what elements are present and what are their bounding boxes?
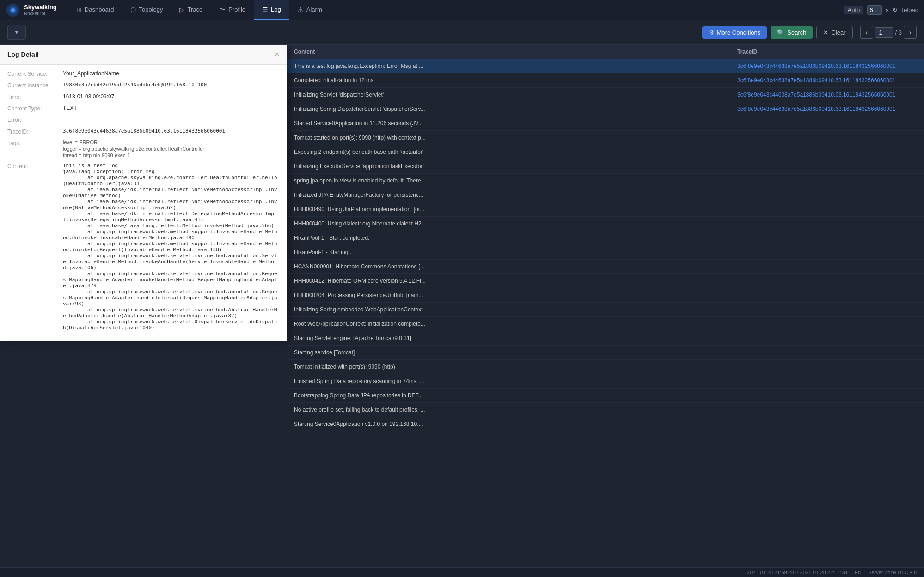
cell-content-5: Tomcat started on port(s): 9090 (http) w… <box>287 134 730 141</box>
content-value: This is a test log java.lang.Exception: … <box>63 163 279 331</box>
reload-icon: ↻ <box>893 6 898 13</box>
log-table: Content TraceID This is a test log java.… <box>287 45 924 567</box>
nav-alarm-label: Alarm <box>306 6 322 13</box>
pager: ‹ / 3 › <box>860 26 917 39</box>
table-row[interactable]: Exposing 2 endpoint(s) beneath base path… <box>287 145 924 159</box>
logo: Skywalking RocketBot <box>6 3 57 18</box>
tags-label: Tags: <box>7 140 63 158</box>
pager-prev-button[interactable]: ‹ <box>860 26 873 39</box>
detail-content: Content: This is a test log java.lang.Ex… <box>7 163 279 331</box>
cell-traceid-0[interactable]: 3c6f8e9e043c44638a7e5a1886b09410.63.1611… <box>730 63 924 69</box>
pager-total: / 3 <box>895 29 902 36</box>
nav-profile-label: Profile <box>228 6 245 13</box>
cell-content-9: Initialized JPA EntityManagerFactory for… <box>287 192 730 198</box>
cell-content-10: HHH000490: Using JtaPlatform implementat… <box>287 206 730 213</box>
table-row[interactable]: HHH000204: Processing PersistenceUnitInf… <box>287 288 924 303</box>
table-row[interactable]: Tomcat started on port(s): 9090 (http) w… <box>287 131 924 145</box>
cell-content-3: Initializing Spring DispatcherServlet 'd… <box>287 106 730 112</box>
time-label: Time: <box>7 93 63 100</box>
nav-item-alarm[interactable]: ⚠ Alarm <box>289 0 330 20</box>
topology-icon: ⬡ <box>130 6 136 13</box>
current-instance-value: f9830c3a7cbd42d19edc2546bdd6c4eb@192.168… <box>63 82 279 89</box>
cell-content-12: HikariPool-1 - Start completed. <box>287 235 730 241</box>
nav-item-topology[interactable]: ⬡ Topology <box>122 0 171 20</box>
clear-label: Clear <box>831 29 845 36</box>
nav-item-profile[interactable]: 〜 Profile <box>211 0 254 20</box>
log-icon: ☰ <box>262 6 268 13</box>
search-button[interactable]: 🔍 Search <box>771 26 813 39</box>
table-row[interactable]: Tomcat initialized with port(s): 9090 (h… <box>287 360 924 374</box>
current-instance-label: Current Instance: <box>7 82 63 89</box>
nav-item-dashboard[interactable]: ⊞ Dashboard <box>68 0 122 20</box>
cell-content-8: spring.jpa.open-in-view is enabled by de… <box>287 177 730 184</box>
panel-close-button[interactable]: × <box>275 50 279 59</box>
cell-traceid-2[interactable]: 3c6f8e9e043c44638a7e5a1886b09410.63.1611… <box>730 91 924 98</box>
table-row[interactable]: Completed initialization in 12 ms 3c6f8e… <box>287 73 924 88</box>
table-row[interactable]: HikariPool-1 - Start completed. <box>287 231 924 245</box>
filter-dropdown[interactable]: ▼ <box>7 25 26 40</box>
table-row[interactable]: Started Service0Application in 11.206 se… <box>287 116 924 131</box>
table-row[interactable]: Initializing Spring embedded WebApplicat… <box>287 303 924 317</box>
cell-content-13: HikariPool-1 - Starting... <box>287 249 730 255</box>
pager-current-input[interactable] <box>875 27 893 38</box>
table-row[interactable]: HikariPool-1 - Starting... <box>287 245 924 260</box>
nav-item-trace[interactable]: ▷ Trace <box>171 0 211 20</box>
detail-time: Time: 1618-01-03 09:09:07 <box>7 93 279 100</box>
table-row[interactable]: HCANN000001: Hibernate Commons Annotatio… <box>287 260 924 274</box>
skywalking-logo-icon <box>6 3 20 18</box>
clear-button[interactable]: ✕ Clear <box>816 26 852 39</box>
table-row[interactable]: Initializing Servlet 'dispatcherServlet'… <box>287 88 924 102</box>
cell-content-20: Starting service [Tomcat] <box>287 349 730 356</box>
more-conditions-button[interactable]: ⚙ More Conditions <box>702 26 767 39</box>
auto-badge: Auto <box>844 6 864 14</box>
log-detail-panel: Log Detail × Current Service: Your_Appli… <box>0 45 287 341</box>
svg-point-2 <box>11 8 15 12</box>
lang-indicator: En <box>855 570 861 575</box>
cell-content-4: Started Service0Application in 11.206 se… <box>287 120 730 127</box>
main-area: ▼ ⚙ More Conditions 🔍 Search ✕ Clear ‹ /… <box>0 20 924 577</box>
logo-subtitle: RocketBot <box>24 11 57 16</box>
table-row[interactable]: Root WebApplicationContext: initializati… <box>287 317 924 331</box>
cell-traceid-3[interactable]: 3c6f8e9e043c44638a7e5a1886b09410.63.1611… <box>730 106 924 112</box>
detail-current-instance: Current Instance: f9830c3a7cbd42d19edc25… <box>7 82 279 89</box>
profile-icon: 〜 <box>219 6 226 14</box>
cell-content-16: HHH000204: Processing PersistenceUnitInf… <box>287 292 730 298</box>
table-row[interactable]: No active profile set, falling back to d… <box>287 403 924 417</box>
table-row[interactable]: This is a test log java.lang.Exception: … <box>287 59 924 73</box>
settings-icon: ⚙ <box>709 29 714 36</box>
current-service-label: Current Service: <box>7 70 63 77</box>
table-row[interactable]: Finished Spring Data repository scanning… <box>287 374 924 389</box>
nav-item-log[interactable]: ☰ Log <box>254 0 289 20</box>
tag-thread: thread = http-nio-9090-exec-1 <box>63 152 279 158</box>
seconds-unit: s <box>886 6 889 13</box>
seconds-input[interactable] <box>867 5 882 15</box>
table-row[interactable]: HHH000490: Using JtaPlatform implementat… <box>287 202 924 217</box>
content-pre: This is a test log java.lang.Exception: … <box>63 163 279 331</box>
reload-label: Reload <box>900 6 918 13</box>
table-row[interactable]: spring.jpa.open-in-view is enabled by de… <box>287 174 924 188</box>
detail-error: Error: <box>7 116 279 123</box>
table-row[interactable]: Starting Servlet engine: [Apache Tomcat/… <box>287 331 924 346</box>
cell-content-2: Initializing Servlet 'dispatcherServlet' <box>287 91 730 98</box>
table-row[interactable]: Initialized JPA EntityManagerFactory for… <box>287 188 924 202</box>
cell-content-25: Starting Service0Application v1.0.0 on 1… <box>287 421 730 427</box>
traceid-label: TraceID: <box>7 128 63 135</box>
table-row[interactable]: Starting service [Tomcat] <box>287 346 924 360</box>
timezone-indicator: Server Zone UTC + 8 <box>868 570 917 575</box>
table-row[interactable]: Initializing Spring DispatcherServlet 'd… <box>287 102 924 116</box>
nav-items: ⊞ Dashboard ⬡ Topology ▷ Trace 〜 Profile… <box>68 0 330 20</box>
nav-log-label: Log <box>271 6 281 13</box>
table-row[interactable]: HHH000412: Hibernate ORM core version 5.… <box>287 274 924 288</box>
toolbar: ▼ ⚙ More Conditions 🔍 Search ✕ Clear ‹ /… <box>0 20 924 45</box>
table-row[interactable]: Initializing ExecutorService 'applicatio… <box>287 159 924 174</box>
nav-trace-label: Trace <box>187 6 202 13</box>
reload-button[interactable]: ↻ Reload <box>893 6 918 13</box>
table-row[interactable]: Starting Service0Application v1.0.0 on 1… <box>287 417 924 431</box>
nav-dashboard-label: Dashboard <box>85 6 114 13</box>
cell-content-19: Starting Servlet engine: [Apache Tomcat/… <box>287 335 730 341</box>
table-row[interactable]: HHH000400: Using dialect: org.hibernate.… <box>287 217 924 231</box>
table-row[interactable]: Bootstrapping Spring Data JPA repositori… <box>287 389 924 403</box>
pager-next-button[interactable]: › <box>904 26 917 39</box>
cell-content-24: No active profile set, falling back to d… <box>287 407 730 413</box>
cell-traceid-1[interactable]: 3c6f8e9e043c44638a7e5a1886b09410.63.1611… <box>730 77 924 84</box>
